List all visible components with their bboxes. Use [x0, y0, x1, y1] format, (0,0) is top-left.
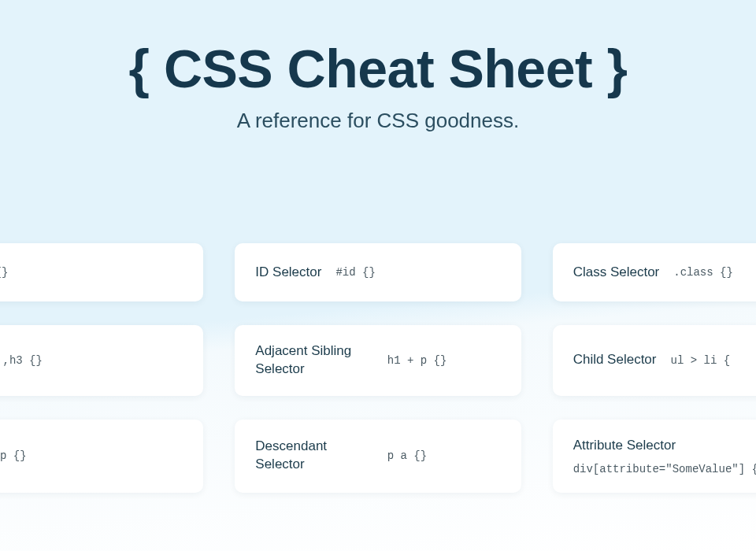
selector-code: p a {}: [387, 449, 501, 462]
selector-card: Attribute Selector div[attribute="SomeVa…: [553, 420, 756, 493]
selector-card: r h1, h2 ,h3 {}: [0, 325, 203, 396]
selector-code: h1, h2 ,h3 {}: [0, 354, 183, 367]
selector-card: Adjacent Sibling Selector h1 + p {}: [235, 325, 521, 396]
selector-grid: ector * {} ID Selector #id {} Class Sele…: [0, 243, 756, 493]
selector-code: h1 + p {}: [387, 354, 501, 367]
selector-code: .class {}: [673, 266, 756, 279]
selector-card: ID Selector #id {}: [235, 243, 521, 301]
selector-label: Adjacent Sibling Selector: [255, 342, 372, 379]
selector-card: ector * {}: [0, 243, 203, 301]
selector-card: Descendant Selector p a {}: [235, 420, 521, 493]
selector-label: Class Selector: [573, 264, 660, 282]
selector-code: div[attribute="SomeValue"] {}: [573, 463, 756, 475]
selector-label: Child Selector: [573, 351, 657, 369]
selector-card: Class Selector .class {}: [553, 243, 756, 301]
hero: { CSS Cheat Sheet } A reference for CSS …: [0, 0, 756, 133]
page-title: { CSS Cheat Sheet }: [0, 38, 756, 99]
selector-card: Child Selector ul > li {: [553, 325, 756, 396]
selector-label: Descendant Selector: [255, 438, 372, 474]
selector-code: h1 ~ p {}: [0, 449, 183, 462]
selector-card: ng h1 ~ p {}: [0, 420, 203, 493]
selector-label: ID Selector: [255, 264, 321, 282]
selector-code: ul > li {: [670, 354, 756, 367]
selector-code: * {}: [0, 266, 183, 279]
page-subtitle: A reference for CSS goodness.: [0, 109, 756, 133]
selector-label: Attribute Selector: [573, 437, 676, 455]
selector-code: #id {}: [335, 266, 500, 279]
